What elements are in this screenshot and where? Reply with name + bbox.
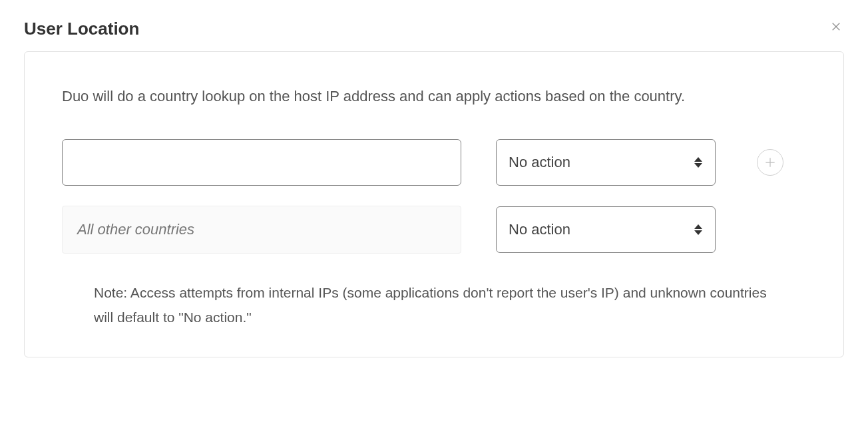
add-rule-button[interactable] [757,149,783,176]
default-action-select-wrapper: No action [496,206,716,253]
default-action-select[interactable]: No action [496,206,716,253]
plus-icon [763,156,777,169]
country-rule-row: No action [62,139,806,186]
close-button[interactable] [828,19,844,35]
country-input[interactable] [62,139,461,186]
close-icon [830,21,842,33]
user-location-panel: Duo will do a country lookup on the host… [24,51,844,357]
default-rule-row: All other countries No action [62,206,806,254]
section-title: User Location [24,19,139,39]
panel-note: Note: Access attempts from internal IPs … [94,280,773,331]
action-select-wrapper: No action [496,139,716,186]
all-other-countries-label: All other countries [62,206,461,254]
panel-description: Duo will do a country lookup on the host… [62,84,781,110]
action-select[interactable]: No action [496,139,716,186]
